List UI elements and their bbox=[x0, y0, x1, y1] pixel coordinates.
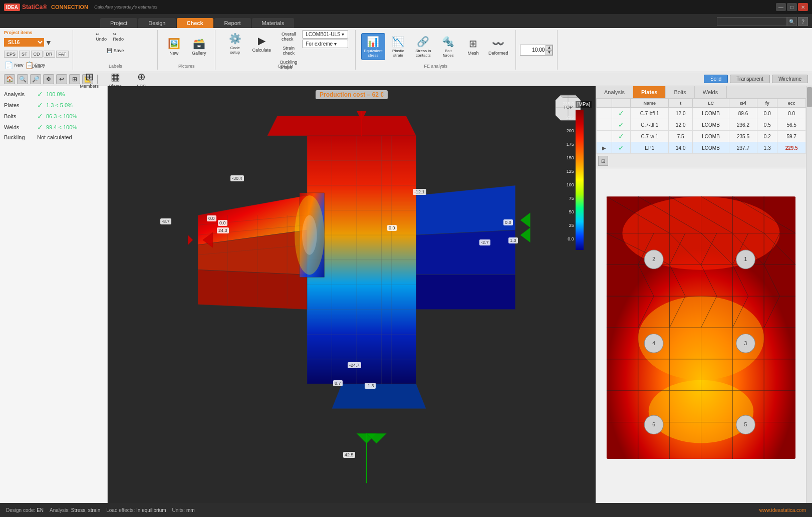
buckling-value: Not calculated bbox=[37, 134, 72, 140]
bolt-forces-label: Boltforces bbox=[443, 49, 454, 58]
welds-label: Welds bbox=[4, 124, 34, 130]
equivalent-stress-button[interactable]: 📊 Equivalentstress bbox=[361, 33, 385, 60]
tab-check[interactable]: Check bbox=[177, 18, 213, 28]
website[interactable]: www.ideastatica.com bbox=[759, 507, 806, 513]
stress-contacts-icon: 🔗 bbox=[417, 36, 429, 48]
row-eps: 235.5 bbox=[729, 131, 757, 142]
check-icon: ✓ bbox=[618, 144, 624, 152]
tab-project[interactable]: Project bbox=[100, 18, 137, 28]
detail-toolbar: ⊡ bbox=[596, 154, 806, 168]
tab-design[interactable]: Design bbox=[138, 18, 175, 28]
minimize-button[interactable]: — bbox=[776, 3, 786, 11]
new-picture-label: New bbox=[169, 51, 178, 56]
help-button[interactable]: ? bbox=[798, 17, 808, 26]
detail-zoom-fit[interactable]: ⊡ bbox=[598, 156, 608, 166]
spinbox-up[interactable]: ▲ bbox=[546, 45, 553, 50]
gallery-button[interactable]: 🗃️ Gallery bbox=[187, 33, 211, 60]
table-row[interactable]: ✓ C.7-w 1 7.5 LCOMB 235.5 0.2 59.7 bbox=[597, 131, 806, 142]
search-input[interactable] bbox=[717, 17, 787, 26]
bolt-forces-button[interactable]: 🔩 Boltforces bbox=[436, 33, 460, 60]
row-t: 12.0 bbox=[669, 119, 693, 131]
members-button[interactable]: ⊞ Members bbox=[77, 66, 101, 93]
fat-button[interactable]: FAT bbox=[56, 51, 69, 58]
table-row[interactable]: ✓ C.7-bfl 1 12.0 LCOMB 89.6 0.0 0.0 bbox=[597, 108, 806, 119]
ribbon-section-labels: ↩ Undo ↪ Redo 💾 Save ⊞ Members ▦ Plates … bbox=[73, 30, 158, 70]
si-expand-icon[interactable]: ▼ bbox=[45, 39, 52, 47]
titlebar: IDEA StatiCa® CONNECTION Calculate yeste… bbox=[0, 0, 812, 14]
table-row[interactable]: ✓ C.7-tfl 1 12.0 LCOMB 236.2 0.5 56.5 bbox=[597, 119, 806, 131]
close-button[interactable]: ✕ bbox=[798, 3, 808, 11]
col-status bbox=[612, 99, 631, 108]
code-setup-button[interactable]: ⚙️ Codesetup bbox=[223, 30, 247, 57]
search-button[interactable]: 🔍 bbox=[787, 17, 797, 26]
plates-icon: ▦ bbox=[111, 71, 120, 83]
calculate-button[interactable]: ▶ Calculate bbox=[248, 30, 275, 57]
check-icon: ✓ bbox=[618, 132, 624, 140]
legend-values: 235.0 225 200 175 150 125 100 75 50 25 0… bbox=[563, 101, 574, 241]
spinbox-input[interactable] bbox=[520, 46, 546, 54]
plastic-strain-button[interactable]: 📉 Plasticstrain bbox=[386, 33, 410, 60]
row-t: 7.5 bbox=[669, 131, 693, 142]
legend-value-0: 235.0 bbox=[563, 101, 574, 106]
plates-check-icon: ✓ bbox=[37, 101, 43, 109]
project-items-label: Project items bbox=[4, 30, 33, 35]
label-3d-1: -30.4 bbox=[230, 175, 244, 181]
extreme-dropdown[interactable]: For extreme ▾ bbox=[302, 40, 348, 48]
cd-button[interactable]: CD bbox=[31, 51, 43, 58]
svg-marker-11 bbox=[416, 275, 515, 309]
spinbox-section: ▲ ▼ bbox=[516, 30, 558, 70]
row-ecc: 0.0 bbox=[777, 108, 806, 119]
undo-button[interactable]: ↩ Undo bbox=[95, 30, 111, 43]
si-select[interactable]: SI.16 bbox=[4, 38, 44, 47]
right-panel-scrollbar[interactable] bbox=[806, 86, 812, 503]
col-lc: LC bbox=[693, 99, 729, 108]
new-picture-button[interactable]: 🖼️ New bbox=[162, 33, 186, 60]
svg-marker-9 bbox=[416, 185, 515, 235]
transparent-view-button[interactable]: Transparent bbox=[730, 75, 770, 83]
deformed-button[interactable]: 〰️ Deformed bbox=[486, 33, 510, 60]
row-name: C.7-bfl 1 bbox=[631, 108, 669, 119]
col-eps: εPl bbox=[729, 99, 757, 108]
tab-bolts[interactable]: Bolts bbox=[666, 86, 694, 98]
row-status: ✓ bbox=[612, 131, 631, 142]
table-row[interactable]: ▶ ✓ EP1 14.0 LCOMB 237.7 1.3 229.5 bbox=[597, 142, 806, 154]
label-buttons-row: EPS ST CD DR FAT bbox=[4, 51, 69, 58]
viewport[interactable]: Production cost – 62 € TOP bbox=[108, 86, 596, 503]
tab-welds[interactable]: Welds bbox=[695, 86, 726, 98]
redo-button[interactable]: ↪ Redo bbox=[112, 30, 128, 43]
wireframe-view-button[interactable]: Wireframe bbox=[772, 75, 808, 83]
scrollbar-thumb[interactable] bbox=[807, 87, 812, 107]
tab-plates[interactable]: Plates bbox=[633, 86, 666, 98]
right-tab-scrollbar[interactable] bbox=[726, 86, 732, 98]
overall-check-button[interactable]: Overallcheck bbox=[276, 30, 301, 43]
spinbox-down[interactable]: ▼ bbox=[546, 50, 553, 55]
stress-contacts-button[interactable]: 🔗 Stress incontacts bbox=[411, 33, 435, 60]
label-3d-13: -1.3 bbox=[365, 383, 376, 389]
st-button[interactable]: ST bbox=[19, 51, 30, 58]
code-setup-icon: ⚙️ bbox=[229, 33, 241, 45]
row-status: ✓ bbox=[612, 119, 631, 131]
tab-materials[interactable]: Materials bbox=[252, 18, 295, 28]
mesh-button[interactable]: ⊞ Mesh bbox=[461, 33, 485, 60]
tab-report[interactable]: Report bbox=[214, 18, 251, 28]
tab-analysis[interactable]: Analysis bbox=[596, 86, 633, 98]
ribbon: Project items SI.16 ▼ EPS ST CD DR FAT 📄… bbox=[0, 28, 812, 72]
maximize-button[interactable]: □ bbox=[787, 3, 797, 11]
mesh-label: Mesh bbox=[468, 51, 479, 56]
lcomb-dropdown[interactable]: LCOMB01-ULS ▾ bbox=[302, 30, 348, 39]
deformed-icon: 〰️ bbox=[492, 38, 504, 50]
row-expand-btn[interactable]: ▶ bbox=[597, 142, 612, 154]
dr-button[interactable]: DR bbox=[44, 51, 55, 58]
cbfem-left: ⚙️ Codesetup bbox=[223, 30, 247, 57]
row-lc: LCOMB bbox=[693, 108, 729, 119]
legend-value-2: 200 bbox=[563, 128, 574, 133]
solid-view-button[interactable]: Solid bbox=[704, 75, 728, 83]
eps-button[interactable]: EPS bbox=[4, 51, 18, 58]
window-controls[interactable]: — □ ✕ bbox=[776, 3, 808, 11]
strain-check-button[interactable]: Straincheck bbox=[276, 44, 301, 57]
save-button[interactable]: 💾 Save bbox=[95, 44, 135, 57]
legend-bar-wrap: [MPa] bbox=[576, 101, 592, 250]
mesh-icon: ⊞ bbox=[469, 38, 477, 50]
svg-marker-12 bbox=[267, 116, 416, 136]
design-code-value: EN bbox=[37, 507, 44, 513]
